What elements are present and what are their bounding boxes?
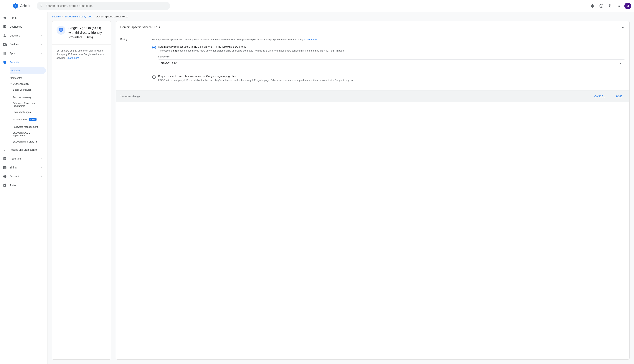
sidebar-label-account: Account: [10, 175, 36, 178]
avatar[interactable]: M: [624, 2, 631, 9]
search-bar: [37, 2, 170, 10]
settings-footer: 1 unsaved change CANCEL SAVE: [116, 90, 629, 102]
radio-content-option1: Automatically redirect users to the thir…: [158, 45, 625, 71]
sidebar-label-apps: Apps: [10, 52, 36, 55]
sidebar-item-dashboard[interactable]: Dashboard: [0, 22, 46, 31]
cancel-button[interactable]: CANCEL: [591, 94, 608, 99]
layout: Home Dashboard Directory: [0, 12, 634, 364]
radio-btn-option1[interactable]: [152, 46, 156, 49]
policy-learn-more-link[interactable]: Learn more: [304, 38, 317, 41]
sidebar-sub-item-password-management[interactable]: Password management: [12, 123, 46, 130]
sidebar-label-dashboard: Dashboard: [10, 25, 43, 28]
search-input[interactable]: [46, 4, 167, 8]
sidebar-label-security: Security: [10, 61, 36, 64]
breadcrumb: Security › SSO with third-party IDPs › D…: [48, 12, 634, 21]
sso-card-title: Single Sign-On (SSO) with third-party Id…: [68, 26, 106, 40]
settings-panel-header: Domain-specific service URLs: [116, 21, 629, 33]
sidebar-sub-label-advanced-protection: Advanced Protection Programme: [12, 102, 43, 107]
sso-profile-dropdown[interactable]: ZITADEL SSO: [158, 60, 625, 67]
chevron-right-icon-apps: [39, 52, 43, 55]
sidebar-sub-item-login-challenges[interactable]: Login challenges: [12, 108, 46, 116]
radio-content-option2: Require users to enter their username on…: [158, 75, 625, 82]
sidebar-sub-item-sso-thirdparty[interactable]: SSO with third-party IdP: [12, 138, 46, 145]
sidebar-sub-label-password-management: Password management: [12, 126, 38, 128]
policy-description: Manage what happens when users try to ac…: [152, 38, 625, 42]
breadcrumb-security[interactable]: Security: [52, 15, 60, 18]
rules-icon: [3, 184, 7, 187]
sidebar-item-apps[interactable]: Apps: [0, 49, 46, 58]
radio-title-option2: Require users to enter their username on…: [158, 75, 625, 78]
sidebar-sub-item-account-recovery[interactable]: Account recovery: [12, 94, 46, 101]
sidebar-sub-label-login-challenges: Login challenges: [12, 111, 31, 114]
sidebar-sub-label-sso-thirdparty: SSO with third-party IdP: [12, 140, 38, 143]
sso-learn-more-link[interactable]: Learn more: [67, 56, 79, 59]
chevron-right-icon: [39, 34, 43, 38]
sidebar-sub-item-sso-saml[interactable]: SSO with SAML applications: [12, 130, 46, 138]
apps-grid-icon[interactable]: [616, 2, 623, 10]
collapse-icon[interactable]: [620, 25, 625, 30]
sso-card-header: Single Sign-On (SSO) with third-party Id…: [56, 26, 106, 40]
sidebar-item-security[interactable]: Security: [0, 58, 46, 67]
account-icon: [3, 174, 7, 178]
svg-text:G: G: [15, 4, 16, 7]
sidebar-label-reporting: Reporting: [10, 157, 36, 160]
policy-description-text: Manage what happens when users try to ac…: [152, 38, 304, 41]
sidebar-item-devices[interactable]: Devices: [0, 40, 46, 49]
sso-card-description: Set up SSO so that users can sign in wit…: [56, 49, 106, 60]
sidebar-label-access-data: Access and data control: [10, 148, 43, 151]
sidebar-item-account[interactable]: Account: [0, 172, 46, 181]
sidebar-sub-item-advanced-protection[interactable]: Advanced Protection Programme: [12, 101, 46, 108]
search-icon: [40, 4, 43, 8]
menu-icon[interactable]: [3, 2, 10, 10]
sso-profile-label: SSO profile: [158, 56, 625, 58]
sidebar-label-rules: Rules: [10, 184, 43, 187]
sso-card: Single Sign-On (SSO) with third-party Id…: [52, 21, 111, 360]
hourglass-icon[interactable]: [606, 2, 614, 10]
breadcrumb-sso-idps[interactable]: SSO with third-party IDPs: [64, 15, 92, 18]
beta-badge: BETA: [29, 118, 36, 121]
dashboard-icon: [3, 25, 7, 28]
logo-text: Admin: [20, 4, 32, 8]
policy-label: Policy: [120, 38, 146, 86]
sidebar-item-home[interactable]: Home: [0, 13, 46, 22]
sidebar-label-billing: Billing: [10, 166, 36, 169]
save-button[interactable]: SAVE: [612, 94, 625, 99]
radio-option-2: Require users to enter their username on…: [152, 75, 625, 82]
chevron-down-icon-auth: [10, 82, 12, 85]
home-icon: [3, 16, 7, 20]
sidebar-sub-label-passwordless: Passwordless: [12, 118, 28, 121]
app-logo[interactable]: G Admin: [12, 3, 32, 9]
sidebar-item-rules[interactable]: Rules: [0, 181, 46, 190]
sso-description-text: Set up SSO so that users can sign in wit…: [56, 49, 104, 59]
sso-profile-section: SSO profile ZITADEL SSO: [158, 56, 625, 67]
notifications-icon[interactable]: [589, 2, 596, 10]
person-icon: [3, 34, 7, 38]
sidebar: Home Dashboard Directory: [0, 12, 48, 364]
policy-section: Policy Manage what happens when users tr…: [116, 33, 629, 90]
apps-icon: [3, 52, 7, 55]
authentication-label: Authentication: [13, 82, 28, 85]
billing-icon: [3, 166, 7, 170]
sidebar-nav: Home Dashboard Directory: [0, 12, 47, 191]
authentication-section-header[interactable]: Authentication: [0, 82, 47, 86]
sidebar-item-directory[interactable]: Directory: [0, 31, 46, 40]
sidebar-sub-item-2step[interactable]: 2-step verification: [12, 86, 46, 94]
sidebar-sub-item-overview[interactable]: Overview: [10, 67, 46, 74]
sidebar-label-home: Home: [10, 16, 43, 19]
sidebar-item-billing[interactable]: Billing: [0, 163, 46, 172]
sidebar-sub-item-passwordless[interactable]: Passwordless BETA: [12, 116, 46, 123]
sidebar-item-reporting[interactable]: Reporting: [0, 154, 46, 163]
sidebar-sub-label-alert: Alert centre: [10, 76, 22, 79]
policy-content: Manage what happens when users try to ac…: [152, 38, 625, 86]
settings-panel-title: Domain-specific service URLs: [120, 26, 160, 29]
security-subnav: Overview Alert centre: [0, 67, 47, 82]
help-icon[interactable]: [598, 2, 605, 10]
sidebar-item-access-data[interactable]: Access and data control: [0, 145, 46, 154]
breadcrumb-sep-1: ›: [62, 15, 63, 18]
chevron-down-icon-security: [39, 60, 43, 64]
sidebar-sub-item-alert-centre[interactable]: Alert centre: [10, 74, 46, 82]
radio-btn-option2[interactable]: [152, 75, 156, 79]
sso-card-divider: [52, 44, 111, 44]
main-content: Security › SSO with third-party IDPs › D…: [48, 12, 634, 364]
sidebar-label-devices: Devices: [10, 43, 36, 46]
